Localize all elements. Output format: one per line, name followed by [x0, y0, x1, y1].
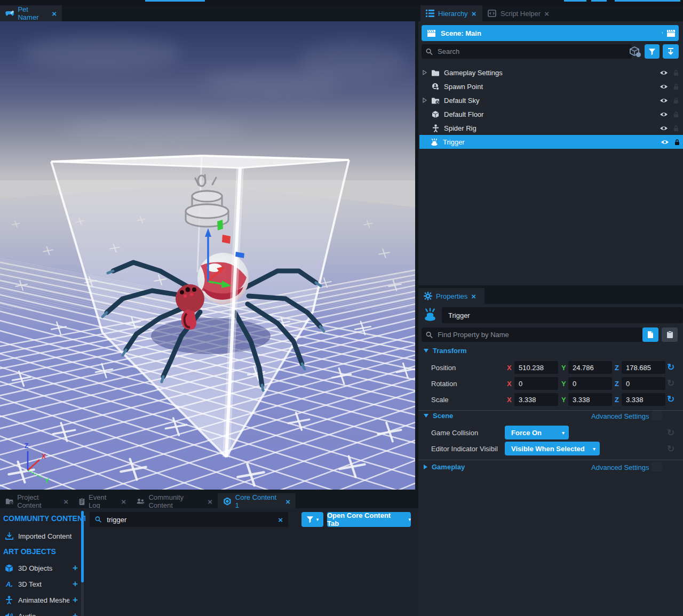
sidebar-scrollbar-track[interactable]: [81, 582, 84, 616]
add-icon[interactable]: +: [69, 595, 81, 605]
paste-properties-button[interactable]: [662, 327, 678, 342]
arrow-down-bar-icon: [667, 47, 674, 55]
hierarchy-search[interactable]: [422, 44, 632, 59]
advanced-settings-checkbox[interactable]: [652, 411, 662, 420]
close-icon[interactable]: ×: [471, 292, 476, 300]
close-icon[interactable]: ×: [121, 498, 126, 506]
open-core-content-button[interactable]: Open Core Content Tab ▾: [327, 512, 411, 527]
position-x-field[interactable]: [514, 361, 558, 374]
new-scene-button[interactable]: [663, 25, 679, 41]
scale-z-field[interactable]: [622, 393, 665, 406]
tree-row-spider-rig[interactable]: Spider Rig: [420, 121, 682, 135]
content-filter-button[interactable]: ▾: [301, 512, 323, 527]
add-icon[interactable]: +: [69, 579, 81, 589]
eye-icon[interactable]: [657, 98, 670, 103]
close-icon[interactable]: ×: [285, 498, 290, 506]
transform-section-header[interactable]: Transform: [424, 347, 467, 355]
reset-scale-button[interactable]: ↺: [667, 394, 674, 405]
tab-event-log[interactable]: Event Log ×: [74, 493, 131, 509]
position-z-field[interactable]: [622, 361, 665, 374]
eye-icon[interactable]: [657, 111, 670, 117]
gamepad-edit-icon: [5, 10, 14, 17]
rig-figure-icon: [429, 124, 442, 132]
clear-search-icon[interactable]: ×: [278, 515, 283, 524]
tab-core-content[interactable]: Core Content 1 ×: [218, 493, 296, 509]
tab-pet-namer[interactable]: Pet Namer ×: [0, 5, 62, 21]
lock-icon[interactable]: [670, 69, 682, 76]
eye-icon[interactable]: [657, 70, 670, 76]
object-name-field[interactable]: [442, 307, 683, 323]
gameplay-section-header[interactable]: Gameplay: [424, 463, 465, 471]
editor-indicator-dropdown[interactable]: Visible When Selected ▾: [505, 442, 600, 455]
copy-properties-button[interactable]: [642, 327, 658, 342]
close-icon[interactable]: ×: [472, 10, 476, 18]
rotation-y-field[interactable]: [568, 377, 612, 390]
tab-community-content[interactable]: Community Content ×: [131, 493, 218, 509]
close-icon[interactable]: ×: [208, 498, 212, 506]
tree-row-trigger[interactable]: Trigger: [419, 135, 683, 149]
close-icon[interactable]: ×: [52, 10, 57, 18]
hierarchy-search-input[interactable]: [436, 47, 628, 56]
scene-dropdown[interactable]: Scene: Main ▾: [422, 25, 670, 41]
tree-row-default-sky[interactable]: Default Sky: [420, 93, 682, 107]
gear-icon: [424, 292, 432, 300]
lock-icon[interactable]: [670, 125, 682, 132]
sidebar-scrollbar[interactable]: [81, 511, 84, 582]
sidebar-item-audio[interactable]: Audio +: [0, 609, 81, 616]
sidebar-item-label: 3D Objects: [18, 564, 69, 572]
sidebar-item-label: Animated Meshes: [18, 596, 69, 604]
lock-icon[interactable]: [670, 111, 682, 118]
expand-arrow-icon[interactable]: [420, 70, 429, 75]
reset-game-collision-button[interactable]: ↺: [667, 427, 674, 438]
sidebar-item-3d-text[interactable]: A 3D Text +: [0, 577, 81, 591]
hierarchy-panel: Scene: Main ▾: [418, 21, 683, 285]
expand-arrow-icon[interactable]: [420, 98, 429, 103]
eye-icon[interactable]: [658, 139, 671, 145]
tab-hierarchy[interactable]: Hierarchy ×: [420, 5, 482, 21]
scene-viewport[interactable]: Z X Y: [0, 21, 415, 490]
rotation-z-field[interactable]: [622, 377, 665, 390]
scene-section-header[interactable]: Scene: [424, 412, 453, 420]
lock-icon[interactable]: [670, 97, 682, 104]
content-search-input[interactable]: [106, 515, 274, 524]
tab-script-helper[interactable]: Script Helper ×: [482, 5, 556, 21]
group-select-icon[interactable]: [629, 46, 641, 60]
content-search[interactable]: ×: [90, 512, 288, 527]
sidebar-item-animated-meshes[interactable]: Animated Meshes +: [0, 593, 81, 607]
reset-position-button[interactable]: ↺: [667, 362, 674, 373]
event-log-icon: [79, 498, 85, 506]
filter-button[interactable]: [645, 44, 660, 59]
eye-icon[interactable]: [657, 84, 670, 90]
tree-item-label: Gameplay Settings: [442, 69, 657, 77]
y-axis-label: Y: [561, 396, 566, 404]
rotation-x-field[interactable]: [514, 377, 558, 390]
reset-editor-indicator-button[interactable]: ↺: [667, 443, 674, 454]
tree-row-gameplay-settings[interactable]: Gameplay Settings: [420, 66, 682, 79]
advanced-settings-checkbox[interactable]: [652, 462, 662, 471]
game-collision-dropdown[interactable]: Force On ▾: [505, 426, 569, 439]
copy-icon: [647, 331, 654, 339]
tree-row-spawn-point[interactable]: Spawn Point: [420, 79, 682, 93]
add-icon[interactable]: +: [69, 611, 81, 616]
add-icon[interactable]: +: [69, 563, 81, 573]
viewport-tab-bar: Pet Namer ×: [0, 5, 418, 21]
eye-icon[interactable]: [657, 125, 670, 131]
close-icon[interactable]: ×: [63, 498, 68, 506]
scale-x-field[interactable]: [514, 393, 558, 406]
tab-properties[interactable]: Properties ×: [418, 288, 485, 304]
collapse-all-button[interactable]: [663, 44, 679, 59]
lock-icon[interactable]: [671, 139, 683, 146]
filter-icon: [648, 48, 656, 55]
position-y-field[interactable]: [568, 361, 612, 374]
find-property-input[interactable]: [436, 330, 638, 339]
tree-row-default-floor[interactable]: Default Floor: [420, 107, 682, 121]
sidebar-item-3d-objects[interactable]: 3D Objects +: [0, 561, 81, 575]
tab-project-content[interactable]: Project Content ×: [0, 493, 74, 509]
find-property-search[interactable]: [422, 327, 642, 342]
sidebar-item-imported-content[interactable]: Imported Content: [0, 529, 81, 543]
y-axis-label: Y: [561, 380, 566, 388]
lock-icon[interactable]: [670, 83, 682, 90]
reset-rotation-button[interactable]: ↺: [667, 378, 674, 389]
close-icon[interactable]: ×: [544, 10, 549, 18]
scale-y-field[interactable]: [568, 393, 612, 406]
